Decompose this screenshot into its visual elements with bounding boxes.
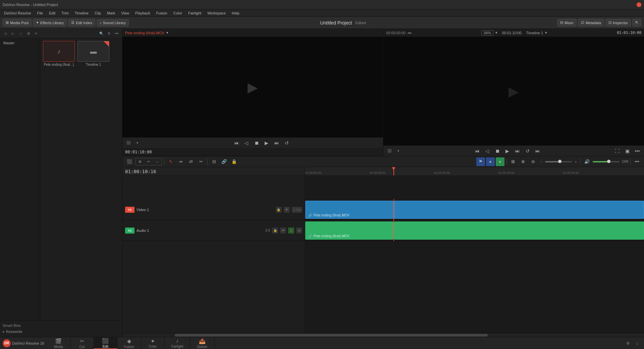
master-bin-label[interactable]: Master <box>1 40 39 46</box>
source-aspect-dropdown[interactable]: ▾ <box>134 140 141 146</box>
source-aspect-button[interactable]: ⬛ <box>125 140 132 146</box>
program-loop-button[interactable]: ↺ <box>524 147 532 155</box>
menu-edit[interactable]: Edit <box>46 10 58 16</box>
menu-color[interactable]: Color <box>171 10 185 16</box>
tab-edit[interactable]: ⬛ Edit <box>94 337 117 349</box>
menu-file[interactable]: File <box>35 10 46 16</box>
timeline-zoom-slider[interactable] <box>545 161 572 162</box>
scrollbar-thumb[interactable] <box>175 334 488 337</box>
audio-clip-part1[interactable]: 🔗 Pete ending (final).MOV <box>305 221 393 240</box>
program-skip-start-button[interactable]: ⏮ <box>473 147 481 155</box>
audio-mute-button[interactable]: M <box>296 228 302 234</box>
sort-button[interactable]: ⇅ <box>106 30 112 37</box>
inspector-button[interactable]: ⊡ Inspector <box>605 19 631 27</box>
clip-timeline1[interactable]: ▬ Timeline 1 <box>77 41 109 66</box>
source-dropdown-icon[interactable]: ▾ <box>166 31 168 35</box>
program-stop-button[interactable]: ⏹ <box>493 147 501 155</box>
grid-view-button[interactable]: ⊞ <box>25 30 32 37</box>
zoom-in-button[interactable]: ⊕ <box>519 157 528 166</box>
program-more-icon[interactable]: ••• <box>408 31 412 35</box>
volume-icon[interactable]: 🔊 <box>583 157 591 166</box>
settings-button[interactable]: ⚙ <box>624 339 632 347</box>
volume-slider[interactable] <box>593 161 620 162</box>
source-filename[interactable]: Pete ending (final).MOV <box>125 31 164 35</box>
menu-davinci-resolve[interactable]: DaVinci Resolve <box>1 10 34 16</box>
program-step-back-button[interactable]: ◁ <box>483 147 491 155</box>
trim-edit-button[interactable]: ⇔ <box>176 157 185 166</box>
tab-fusion[interactable]: ◆ Fusion <box>117 337 141 349</box>
link-button[interactable]: 🔗 <box>220 157 228 166</box>
split-view-button[interactable]: ▣ <box>623 147 631 155</box>
menu-timeline[interactable]: Timeline <box>72 10 91 16</box>
home-button[interactable]: ⌂ <box>17 30 24 37</box>
video-clip-part1[interactable]: 🔗 Pete ending (final).MOV <box>305 201 393 219</box>
back-button[interactable]: ◁ <box>2 30 9 37</box>
program-skip-end-button[interactable]: ⏭ <box>534 147 542 155</box>
home-ws-button[interactable]: ⌂ <box>633 339 641 347</box>
menu-view[interactable]: View <box>118 10 132 16</box>
menu-fusion[interactable]: Fusion <box>154 10 170 16</box>
color-green-button[interactable]: ● <box>496 157 504 166</box>
source-skip-start-button[interactable]: ⏮ <box>232 139 240 147</box>
zoom-fit-button[interactable]: ⊠ <box>509 157 518 166</box>
zoom-out-button[interactable]: ⊖ <box>529 157 538 166</box>
dynamic-trim-button[interactable]: ↔ <box>153 158 162 165</box>
program-play-button[interactable]: ▶ <box>503 147 512 155</box>
menu-trim[interactable]: Trim <box>59 10 71 16</box>
metadata-button[interactable]: ☑ Metadata <box>578 19 604 27</box>
color-blue-button[interactable]: ● <box>486 157 495 166</box>
tab-cut[interactable]: ✂ Cut <box>70 337 94 349</box>
program-aspect-button[interactable]: ⬛ <box>386 148 393 154</box>
select-arrow-button[interactable]: ↖ <box>166 157 175 166</box>
more-options-button[interactable]: ••• <box>113 30 120 37</box>
flag-button[interactable]: ⚑ <box>476 157 485 166</box>
edit-index-button[interactable]: ☰ Edit Index <box>68 19 95 27</box>
audio-track-lock-button[interactable]: 🔒 <box>272 228 278 234</box>
tab-deliver[interactable]: 📤 Deliver <box>190 337 214 349</box>
lock-button[interactable]: 🔒 <box>230 157 238 166</box>
mixer-button[interactable]: ⊟ Mixer <box>557 19 577 27</box>
menu-workspace[interactable]: Workspace <box>205 10 228 16</box>
program-more-button[interactable]: ••• <box>633 147 641 155</box>
video-track-eye-button[interactable]: 👁 <box>284 207 290 213</box>
zoom-level[interactable]: 34% <box>481 30 493 36</box>
timeline-name-dropdown[interactable]: ▾ <box>545 31 547 35</box>
menu-mark[interactable]: Mark <box>104 10 118 16</box>
source-play-button[interactable]: ▶ <box>263 139 271 147</box>
clip-pete-ending[interactable]: ♪ Pete ending (final...) <box>43 41 75 66</box>
program-next-button[interactable]: ⏭ <box>514 147 522 155</box>
timeline-scrollbar[interactable] <box>122 333 644 337</box>
expand-button[interactable]: ⇱ <box>632 19 641 27</box>
program-timeline-name[interactable]: Timeline 1 <box>526 31 543 35</box>
sound-library-button[interactable]: ♪ Sound Library <box>97 19 129 27</box>
effects-library-button[interactable]: ✦ Effects Library <box>33 19 67 27</box>
media-pool-button[interactable]: ⊞ Media Pool <box>3 19 32 27</box>
dynamic-trim-button2[interactable]: ⇄ <box>186 157 195 166</box>
menu-playback[interactable]: Playback <box>132 10 153 16</box>
track-selector-button[interactable]: ⬛ <box>125 157 134 166</box>
keywords-item[interactable]: ▶ Keywords <box>3 329 119 334</box>
timeline-ruler[interactable]: 01:00:00:00 01:00:08:00 01:00:16:00 01:0… <box>305 167 644 176</box>
video-clip-part2[interactable] <box>394 201 644 219</box>
fullscreen-button[interactable]: ⛶ <box>613 147 621 155</box>
audio-track-eye-button[interactable]: 👁 <box>280 228 286 234</box>
close-btn[interactable] <box>637 2 641 7</box>
audio-clip-part2[interactable] <box>394 221 644 240</box>
menu-fairlight[interactable]: Fairlight <box>185 10 204 16</box>
razor-button[interactable]: ✂ <box>144 158 153 165</box>
snap-grid-button[interactable]: ⊟ <box>210 157 218 166</box>
tab-color[interactable]: ● Color <box>141 337 165 349</box>
forward-button[interactable]: ▷ <box>10 30 16 37</box>
audio-solo-button[interactable]: S <box>288 228 294 234</box>
source-loop-button[interactable]: ↺ <box>283 139 291 147</box>
tab-media[interactable]: 🎬 Media <box>47 337 70 349</box>
source-stop-button[interactable]: ⏹ <box>253 139 261 147</box>
zoom-dropdown-icon[interactable]: ▾ <box>495 31 497 35</box>
linked-selection-button[interactable]: ⧉ <box>136 158 144 165</box>
source-step-back-button[interactable]: ◁ <box>243 139 251 147</box>
menu-clip[interactable]: Clip <box>92 10 104 16</box>
blade-edit-button[interactable]: ✂ <box>197 157 205 166</box>
program-aspect-dropdown[interactable]: ▾ <box>395 148 401 154</box>
source-skip-end-button[interactable]: ⏭ <box>273 139 281 147</box>
video-track-lock-button[interactable]: 🔒 <box>276 207 282 213</box>
